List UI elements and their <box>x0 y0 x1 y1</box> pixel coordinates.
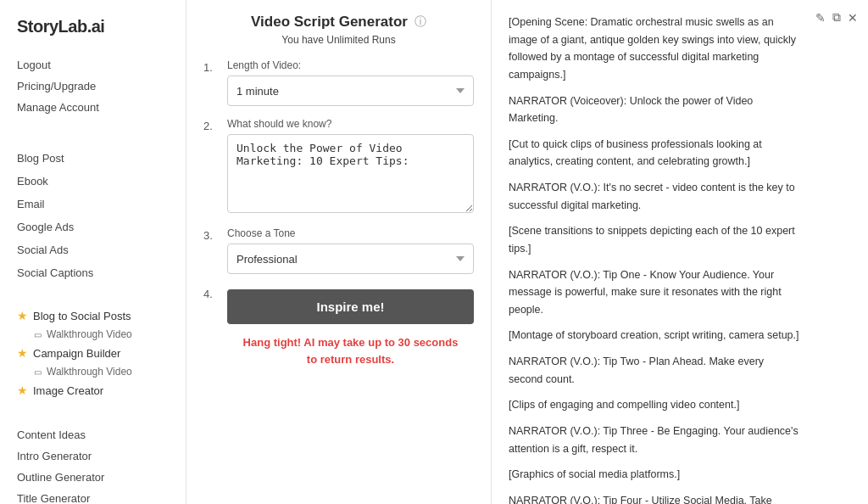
blog-social-sub-label: Walkthrough Video <box>47 328 132 340</box>
hang-tight-line1: Hang tight! AI may take up to 30 seconds <box>243 336 459 349</box>
close-icon[interactable]: ✕ <box>848 11 858 25</box>
image-creator-label: Image Creator <box>33 384 103 397</box>
result-paragraph: [Scene transitions to snippets depicting… <box>509 222 800 257</box>
hang-tight-line2: to return results. <box>307 353 394 366</box>
hang-tight-message: Hang tight! AI may take up to 30 seconds… <box>227 334 474 367</box>
result-paragraph: [Opening Scene: Dramatic orchestral musi… <box>509 14 800 84</box>
step-3: 3. Choose a Tone ProfessionalCasualFrien… <box>203 227 474 274</box>
step-num-3: 3. <box>203 227 219 242</box>
bottom-nav: Content Ideas Intro Generator Outline Ge… <box>17 426 169 504</box>
star-items: ★ Blog to Social Posts ▭ Walkthrough Vid… <box>17 305 169 400</box>
unlimited-runs-label: You have Unlimited Runs <box>203 34 474 46</box>
step-1: 1. Length of Video: 30 seconds1 minute2 … <box>203 59 474 106</box>
result-paragraph: NARRATOR (Voiceover): Unlock the power o… <box>509 92 800 127</box>
page-title-row: Video Script Generator ⓘ <box>203 14 474 31</box>
tone-select[interactable]: ProfessionalCasualFriendlyHumorousInspir… <box>227 244 474 274</box>
video-length-select[interactable]: 30 seconds1 minute2 minutes3 minutes5 mi… <box>227 76 474 106</box>
logout-link[interactable]: Logout <box>17 57 169 73</box>
step-1-label: Length of Video: <box>227 59 474 71</box>
main-content: Video Script Generator ⓘ You have Unlimi… <box>186 0 868 504</box>
title-generator-link[interactable]: Title Generator <box>17 490 169 504</box>
ebook-link[interactable]: Ebook <box>17 172 169 190</box>
info-icon[interactable]: ⓘ <box>415 14 426 30</box>
blog-social-walkthrough[interactable]: ▭ Walkthrough Video <box>17 326 169 343</box>
blog-post-link[interactable]: Blog Post <box>17 149 169 167</box>
step-4-content: Inspire me! Hang tight! AI may take up t… <box>227 286 474 367</box>
campaign-builder[interactable]: ★ Campaign Builder <box>17 343 169 363</box>
result-area: ✎ ⧉ ✕ [Opening Scene: Dramatic orchestra… <box>492 0 868 504</box>
page-title: Video Script Generator <box>251 14 408 31</box>
email-link[interactable]: Email <box>17 195 169 213</box>
social-captions-link[interactable]: Social Captions <box>17 264 169 282</box>
form-area: Video Script Generator ⓘ You have Unlimi… <box>186 0 492 504</box>
blog-to-social-posts[interactable]: ★ Blog to Social Posts <box>17 305 169 326</box>
result-paragraph: [Cut to quick clips of business professi… <box>509 136 800 171</box>
star-icon-2: ★ <box>17 346 28 360</box>
logo: StoryLab.ai <box>17 17 169 36</box>
step-3-content: Choose a Tone ProfessionalCasualFriendly… <box>227 227 474 274</box>
step-3-label: Choose a Tone <box>227 227 474 239</box>
what-to-know-input[interactable] <box>227 134 474 213</box>
pricing-link[interactable]: Pricing/Upgrade <box>17 78 169 94</box>
campaign-walkthrough[interactable]: ▭ Walkthrough Video <box>17 363 169 380</box>
manage-account-link[interactable]: Manage Account <box>17 99 169 115</box>
content-ideas-link[interactable]: Content Ideas <box>17 426 169 444</box>
step-2: 2. What should we know? <box>203 118 474 216</box>
result-toolbar: ✎ ⧉ ✕ <box>815 10 858 25</box>
intro-generator-link[interactable]: Intro Generator <box>17 447 169 465</box>
step-2-label: What should we know? <box>227 118 474 130</box>
result-paragraph: [Montage of storyboard creation, script … <box>509 327 800 344</box>
social-ads-link[interactable]: Social Ads <box>17 241 169 259</box>
campaign-builder-label: Campaign Builder <box>33 347 120 360</box>
outline-generator-link[interactable]: Outline Generator <box>17 468 169 486</box>
result-text: [Opening Scene: Dramatic orchestral musi… <box>509 14 851 504</box>
video-icon-1: ▭ <box>34 330 42 339</box>
image-creator[interactable]: ★ Image Creator <box>17 380 169 400</box>
step-num-2: 2. <box>203 118 219 132</box>
step-num-1: 1. <box>203 59 219 74</box>
result-paragraph: NARRATOR (V.O.): Tip Two - Plan Ahead. M… <box>509 353 800 388</box>
tools-nav: Blog Post Ebook Email Google Ads Social … <box>17 149 169 282</box>
star-icon-1: ★ <box>17 309 28 322</box>
top-nav: Logout Pricing/Upgrade Manage Account <box>17 57 169 115</box>
edit-icon[interactable]: ✎ <box>815 11 826 25</box>
result-paragraph: NARRATOR (V.O.): Tip Four - Utilize Soci… <box>509 492 800 504</box>
blog-social-label: Blog to Social Posts <box>33 310 131 322</box>
step-num-4: 4. <box>203 286 219 300</box>
result-paragraph: [Graphics of social media platforms.] <box>509 466 800 484</box>
result-paragraph: NARRATOR (V.O.): Tip Three - Be Engaging… <box>509 423 800 457</box>
star-icon-3: ★ <box>17 384 28 397</box>
step-2-content: What should we know? <box>227 118 474 216</box>
google-ads-link[interactable]: Google Ads <box>17 218 169 236</box>
campaign-sub-label: Walkthrough Video <box>47 366 132 378</box>
step-4: 4. Inspire me! Hang tight! AI may take u… <box>203 286 474 367</box>
result-paragraph: NARRATOR (V.O.): It's no secret - video … <box>509 179 800 214</box>
result-paragraph: [Clips of engaging and compelling video … <box>509 396 800 414</box>
inspire-button[interactable]: Inspire me! <box>227 289 474 324</box>
video-icon-2: ▭ <box>34 367 42 377</box>
step-1-content: Length of Video: 30 seconds1 minute2 min… <box>227 59 474 106</box>
result-paragraph: NARRATOR (V.O.): Tip One - Know Your Aud… <box>509 266 800 319</box>
sidebar: StoryLab.ai Logout Pricing/Upgrade Manag… <box>0 0 186 504</box>
content-row: Video Script Generator ⓘ You have Unlimi… <box>186 0 868 504</box>
copy-icon[interactable]: ⧉ <box>832 10 841 25</box>
